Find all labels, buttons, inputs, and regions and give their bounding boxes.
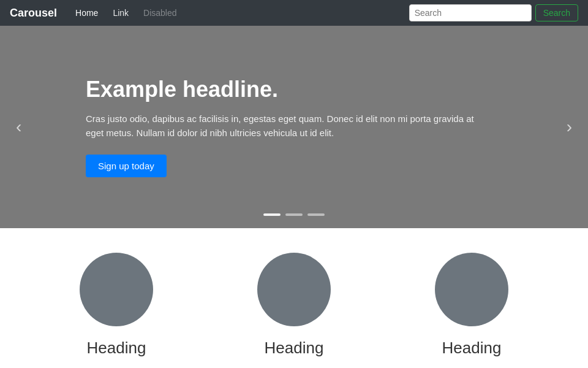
- carousel-dot-2[interactable]: [285, 213, 303, 216]
- navbar-brand[interactable]: Carousel: [10, 7, 57, 20]
- carousel-content: Example headline. Cras justo odio, dapib…: [86, 77, 490, 177]
- nav-links: Home Link Disabled: [69, 4, 409, 21]
- search-button[interactable]: Search: [535, 4, 578, 21]
- card-1-heading: Heading: [37, 339, 196, 358]
- carousel-headline: Example headline.: [86, 77, 490, 102]
- nav-link-link[interactable]: Link: [107, 4, 135, 21]
- nav-link-disabled: Disabled: [137, 4, 183, 21]
- card-2-heading: Heading: [214, 339, 374, 358]
- carousel-text: Cras justo odio, dapibus ac facilisis in…: [86, 112, 490, 140]
- search-area: Search: [409, 4, 578, 21]
- carousel-cta-button[interactable]: Sign up today: [86, 155, 167, 177]
- card-2: Heading Duis mollis, est non commodo luc…: [214, 253, 374, 368]
- carousel-indicators: [263, 213, 325, 216]
- card-3: Heading Donec sed odio dui. Cras justo o…: [392, 253, 551, 368]
- content-section: Heading Donec sed odio dui. Etiam porta …: [0, 228, 588, 368]
- carousel-dot-1[interactable]: [263, 213, 281, 216]
- card-1: Heading Donec sed odio dui. Etiam porta …: [37, 253, 196, 368]
- card-3-heading: Heading: [392, 339, 551, 358]
- navbar: Carousel Home Link Disabled Search: [0, 0, 588, 26]
- search-input[interactable]: [409, 4, 532, 21]
- card-3-image: [435, 253, 508, 326]
- carousel-dot-3[interactable]: [307, 213, 325, 216]
- carousel: ‹ Example headline. Cras justo odio, dap…: [0, 26, 588, 228]
- card-2-image: [257, 253, 331, 326]
- card-1-image: [80, 253, 153, 326]
- carousel-next-button[interactable]: ›: [557, 111, 582, 143]
- carousel-prev-button[interactable]: ‹: [6, 111, 31, 143]
- nav-link-home[interactable]: Home: [69, 4, 104, 21]
